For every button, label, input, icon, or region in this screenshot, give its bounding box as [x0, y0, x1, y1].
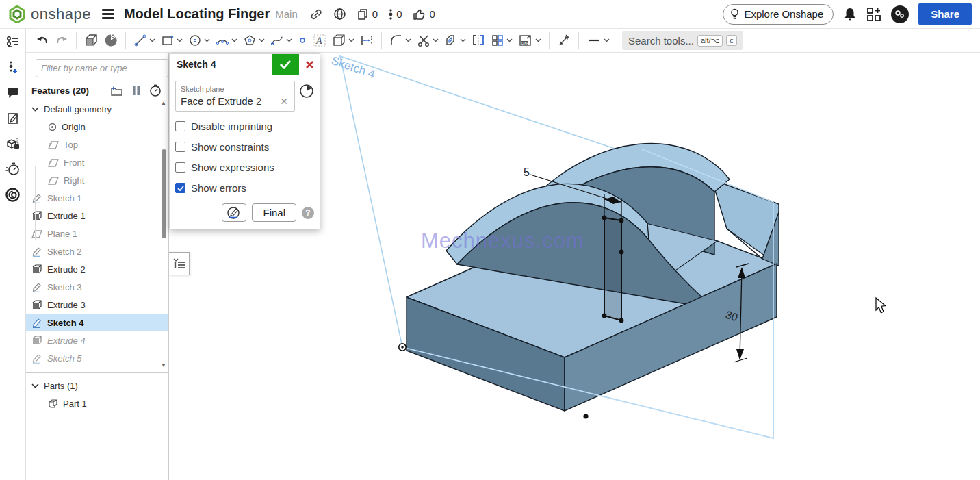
trim-tool[interactable]: [414, 31, 441, 50]
create-version-icon[interactable]: [5, 60, 21, 76]
chevron-down-icon[interactable]: [604, 38, 610, 42]
tree-item-sketch-2[interactable]: Sketch 2: [26, 242, 168, 260]
redo-button[interactable]: [52, 31, 71, 49]
sketch-rectangle[interactable]: [604, 218, 621, 320]
checkbox-box[interactable]: [175, 121, 185, 131]
final-button[interactable]: Final: [252, 203, 296, 222]
chevron-down-icon[interactable]: [535, 38, 541, 42]
workspace-name[interactable]: Main: [275, 8, 298, 20]
dimension-tool[interactable]: [357, 31, 376, 50]
tree-item-sketch-4[interactable]: Sketch 4: [26, 314, 168, 331]
line-tool[interactable]: [131, 31, 158, 50]
tree-item-extrude-1[interactable]: Extrude 1: [26, 207, 168, 225]
likes-count[interactable]: 0: [413, 8, 435, 21]
explore-onshape-button[interactable]: Explore Onshape: [723, 4, 834, 25]
spline-tool[interactable]: [268, 31, 295, 50]
bell-icon[interactable]: [843, 7, 857, 21]
chevron-down-icon[interactable]: [149, 38, 155, 42]
fillet-tool[interactable]: [387, 31, 414, 50]
tree-item-origin[interactable]: Origin: [26, 118, 168, 136]
cancel-button[interactable]: [299, 54, 320, 75]
history-icon[interactable]: [5, 161, 21, 177]
feature-list-icon[interactable]: [5, 34, 21, 51]
share-button[interactable]: Share: [918, 3, 972, 25]
undo-button[interactable]: [33, 31, 52, 49]
assistant-icon[interactable]: [891, 5, 909, 23]
chevron-down-icon[interactable]: [231, 38, 237, 42]
checkbox-box[interactable]: [175, 162, 185, 173]
chevron-down-icon[interactable]: [204, 38, 210, 42]
tree-item-extrude-3[interactable]: Extrude 3: [26, 296, 168, 314]
chevron-down-icon[interactable]: [506, 38, 513, 42]
new-folder-icon[interactable]: [110, 86, 124, 97]
chevron-down-icon[interactable]: [405, 38, 411, 42]
sketch-text-tool[interactable]: A: [310, 31, 329, 50]
scroll-up-icon[interactable]: ▲: [160, 100, 167, 106]
measure-tool[interactable]: [554, 31, 573, 50]
arc-tool[interactable]: [213, 31, 240, 50]
scroll-down-icon[interactable]: ▼: [160, 362, 167, 368]
circle-tool[interactable]: [185, 31, 213, 50]
tree-item-default-geometry[interactable]: Default geometry: [26, 100, 168, 118]
parts-properties-icon[interactable]: ?: [5, 136, 21, 152]
tree-item-extrude-4[interactable]: Extrude 4: [26, 331, 168, 349]
apps-grid-icon[interactable]: [866, 7, 881, 22]
tree-item-sketch-1[interactable]: Sketch 1: [26, 189, 168, 207]
chevron-down-icon[interactable]: [259, 38, 265, 42]
tree-item-sketch-3[interactable]: Sketch 3: [26, 278, 168, 296]
rollback-history-icon[interactable]: [149, 84, 162, 97]
onshape-logo[interactable]: onshape: [8, 5, 91, 23]
chevron-down-icon[interactable]: [460, 38, 466, 42]
search-spiral-icon[interactable]: [5, 186, 21, 203]
feature-scope-clock-icon[interactable]: [299, 84, 314, 99]
tree-item-plane-1[interactable]: Plane 1: [26, 225, 168, 242]
panel-collapse-handle[interactable]: [169, 252, 190, 275]
line-style-tool[interactable]: [584, 31, 612, 50]
checkbox-box[interactable]: [175, 142, 185, 152]
versions-count[interactable]: 0: [389, 8, 402, 21]
checkbox-disable-imprinting[interactable]: Disable imprinting: [175, 121, 314, 132]
tree-item-right[interactable]: Right: [26, 171, 168, 189]
tree-item-front[interactable]: Front: [26, 153, 168, 171]
comments-icon[interactable]: [5, 85, 21, 101]
pattern-tool[interactable]: [488, 31, 515, 50]
chevron-down-icon[interactable]: [286, 38, 292, 42]
checkbox-show-constraints[interactable]: Show constraints: [175, 141, 314, 153]
revolve-tool[interactable]: [101, 31, 120, 50]
clear-selection-icon[interactable]: ✕: [279, 96, 289, 107]
tree-item-part-1[interactable]: Part 1: [26, 394, 168, 412]
chevron-down-icon[interactable]: [31, 107, 39, 112]
checkbox-show-expressions[interactable]: Show expressions: [175, 162, 314, 173]
checkbox-show-errors[interactable]: Show errors: [175, 182, 314, 194]
dxf-export-tool[interactable]: DXF: [515, 31, 544, 50]
offset-tool[interactable]: [441, 31, 469, 50]
chevron-down-icon[interactable]: [31, 383, 39, 388]
confirm-button[interactable]: [272, 54, 299, 75]
parts-header-row[interactable]: Parts (1): [26, 377, 168, 394]
public-icon[interactable]: [333, 8, 346, 21]
point-tool[interactable]: [295, 33, 310, 48]
view-normal-to-sketch-button[interactable]: [222, 203, 246, 222]
notes-icon[interactable]: [5, 110, 21, 127]
tree-item-sketch-5[interactable]: Sketch 5: [26, 349, 168, 367]
rectangle-tool[interactable]: [158, 31, 185, 50]
dimension-width-label[interactable]: 5: [524, 166, 530, 178]
mirror-tool[interactable]: [469, 31, 488, 50]
chevron-down-icon[interactable]: [177, 38, 183, 42]
chevron-down-icon[interactable]: [433, 38, 439, 42]
polygon-tool[interactable]: [240, 31, 268, 50]
copy-count[interactable]: 0: [357, 8, 378, 21]
help-icon[interactable]: ?: [302, 207, 314, 219]
filter-input[interactable]: [36, 59, 168, 77]
sketch-origin-marker[interactable]: [399, 344, 406, 351]
sketch-plane-label[interactable]: Sketch 4: [330, 54, 377, 81]
chevron-down-icon[interactable]: [348, 38, 354, 42]
slot-tool[interactable]: [329, 31, 357, 50]
search-tools-box[interactable]: Search tools... alt/⌥ c: [622, 31, 743, 50]
checkbox-box[interactable]: [175, 183, 185, 193]
tree-item-extrude-2[interactable]: Extrude 2: [26, 260, 168, 278]
scrollbar-thumb[interactable]: [162, 149, 166, 238]
tree-item-top[interactable]: Top: [26, 136, 168, 153]
suppress-icon[interactable]: [132, 86, 140, 96]
link-icon[interactable]: [310, 8, 322, 21]
